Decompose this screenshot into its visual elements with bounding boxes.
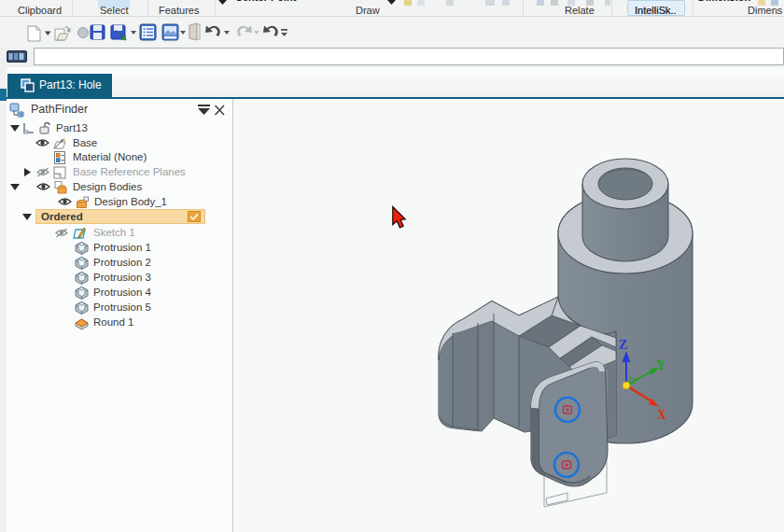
svg-text:Y: Y — [656, 358, 665, 372]
svg-text:X: X — [657, 408, 666, 422]
svg-text:Z: Z — [619, 338, 627, 352]
